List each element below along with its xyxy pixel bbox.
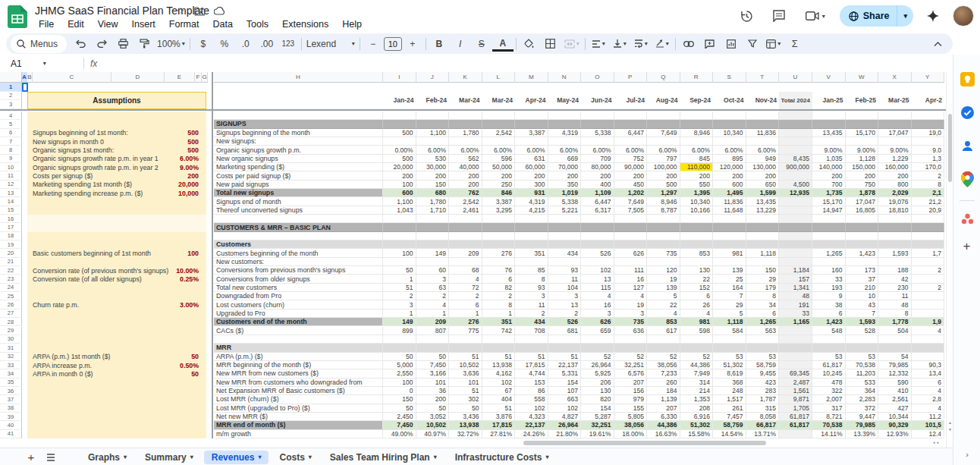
assumption-row[interactable]: Costs per signup ($)200 — [33, 171, 200, 180]
cell[interactable]: 207 — [647, 404, 680, 413]
cell[interactable]: 49.00% — [383, 430, 416, 438]
cell[interactable]: 100 — [383, 379, 416, 387]
column-header-X[interactable]: X — [878, 72, 912, 83]
cell[interactable] — [515, 232, 548, 240]
cell[interactable]: 563 — [746, 327, 780, 335]
menu-insert[interactable]: Insert — [127, 18, 161, 30]
cell[interactable]: 548 — [812, 327, 846, 335]
merge-cells-button[interactable]: ▾ — [561, 36, 583, 52]
undo-button[interactable] — [70, 36, 91, 52]
row-header-22[interactable]: 22 — [0, 266, 22, 275]
assumption-label[interactable]: Marketing spending 1st month ($) — [33, 181, 170, 188]
cell[interactable]: 700 — [812, 181, 846, 189]
cell[interactable]: 11 — [548, 275, 582, 283]
cell[interactable] — [515, 258, 548, 266]
cell[interactable]: New MRR from new customers ($) — [214, 369, 383, 378]
cell[interactable]: 200 — [680, 171, 714, 180]
insert-comment-button[interactable] — [699, 36, 721, 52]
cell[interactable]: 34 — [746, 300, 780, 309]
cell[interactable] — [878, 215, 912, 223]
cell[interactable]: 11,836 — [713, 197, 746, 206]
cell[interactable]: CACs ($) — [214, 327, 383, 335]
cell[interactable]: 200 — [812, 171, 846, 180]
cell[interactable]: 17,815 — [482, 421, 516, 429]
row-header-31[interactable]: 31 — [0, 344, 22, 352]
cell[interactable]: 584 — [713, 327, 746, 335]
column-header-R[interactable]: R — [680, 72, 714, 83]
cell[interactable]: 6 — [746, 309, 780, 318]
assumptions-title[interactable]: Assumptions — [27, 92, 206, 109]
cell[interactable]: Total new signups — [214, 189, 383, 197]
cell[interactable]: 17,815 — [515, 361, 548, 369]
cell[interactable]: 1,265 — [812, 249, 846, 257]
assumption-label[interactable]: Conversion rate (of all older signups) — [33, 275, 170, 283]
cell[interactable]: 949 — [746, 155, 780, 163]
row-header-17[interactable]: 17 — [0, 223, 22, 231]
cell[interactable]: 51,302 — [680, 421, 714, 429]
cell[interactable]: 20,9 — [912, 206, 945, 215]
row-header-26[interactable]: 26 — [0, 300, 22, 309]
cell[interactable]: 9.00% — [812, 146, 846, 154]
cell[interactable]: 478 — [812, 379, 846, 387]
cell[interactable]: 2,461 — [449, 206, 482, 215]
month-header[interactable]: Jan-25 — [812, 92, 846, 109]
cell[interactable]: 404 — [482, 395, 516, 404]
cell[interactable]: 16 — [581, 300, 614, 309]
cell[interactable]: 209 — [416, 318, 450, 326]
create-filter-button[interactable] — [742, 36, 763, 52]
cell[interactable]: 90,3 — [912, 361, 945, 369]
cell[interactable]: 1,735 — [812, 189, 846, 197]
cell[interactable]: 1,139 — [647, 395, 680, 404]
cell[interactable]: 6.00% — [746, 146, 780, 154]
cell[interactable]: 130,000 — [746, 163, 780, 171]
cell[interactable]: 2 — [912, 284, 945, 292]
cell[interactable] — [548, 335, 582, 344]
cell[interactable] — [482, 120, 516, 128]
cell[interactable] — [779, 258, 812, 266]
cell[interactable] — [846, 223, 879, 231]
text-color-button[interactable]: A — [492, 38, 514, 52]
cell[interactable]: 1,297 — [647, 189, 680, 197]
cell[interactable]: 1,561 — [779, 387, 812, 395]
cell[interactable]: 43 — [846, 300, 879, 309]
column-header-J[interactable]: J — [416, 72, 450, 83]
sheet-tab-menu-caret[interactable]: ▾ — [434, 454, 437, 460]
cell[interactable]: 200 — [383, 171, 416, 180]
cell[interactable] — [680, 258, 714, 266]
cell[interactable]: 3 — [416, 275, 450, 283]
cell[interactable]: 170,0 — [912, 163, 945, 171]
cell[interactable]: Costs per paid signup ($) — [214, 171, 383, 180]
cell[interactable]: 26,964 — [548, 421, 582, 429]
cell[interactable] — [680, 120, 714, 128]
cell[interactable]: 5,000 — [383, 361, 416, 369]
cell[interactable]: 191 — [779, 300, 812, 309]
cell[interactable]: 4,827 — [548, 413, 582, 421]
cell[interactable]: 596 — [482, 155, 516, 163]
cell[interactable]: 9.00% — [846, 146, 879, 154]
cell[interactable]: 70,000 — [548, 163, 582, 171]
cell[interactable]: 8,946 — [647, 197, 680, 206]
cell[interactable]: 1,184 — [779, 266, 812, 275]
paint-format-button[interactable] — [133, 36, 155, 52]
sheet-tab-costs[interactable]: Costs▾ — [272, 451, 319, 464]
cell[interactable]: 50 — [449, 404, 482, 413]
cell[interactable]: 9.00% — [878, 146, 912, 154]
cell[interactable]: 4 — [581, 292, 614, 300]
cell[interactable]: 13,435 — [812, 129, 846, 137]
cell[interactable]: 7,949 — [680, 369, 714, 378]
cell[interactable]: 200 — [548, 171, 582, 180]
cell[interactable]: 4 — [912, 404, 945, 413]
cell[interactable]: 200 — [746, 171, 780, 180]
cell[interactable] — [812, 223, 846, 231]
cell[interactable] — [812, 240, 846, 249]
cell[interactable] — [912, 309, 945, 318]
cell[interactable] — [878, 223, 912, 231]
cell[interactable]: 6.00% — [680, 146, 714, 154]
cell[interactable] — [581, 344, 614, 352]
cell[interactable]: 680 — [416, 189, 450, 197]
cell[interactable] — [647, 232, 680, 240]
cell[interactable]: 9,871 — [779, 395, 812, 404]
cell[interactable]: 368 — [713, 379, 746, 387]
sheet-tab-summary[interactable]: Summary▾ — [137, 451, 201, 464]
cell[interactable]: 5,287 — [581, 413, 614, 421]
